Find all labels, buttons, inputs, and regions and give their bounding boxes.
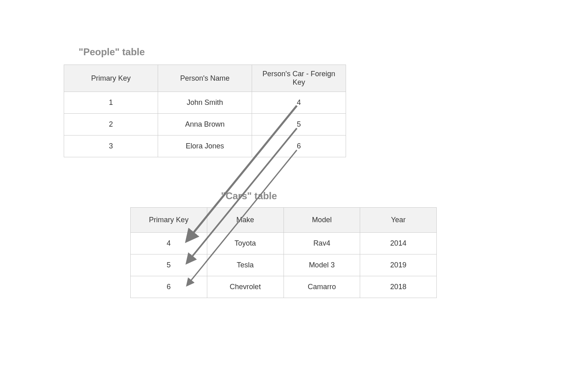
cars-cell-pk: 6 [131,276,207,298]
people-cell-pk: 2 [64,114,158,136]
people-cell-name: John Smith [158,92,252,114]
table-row: 3 Elora Jones 6 [64,136,346,157]
people-table-header-row: Primary Key Person's Name Person's Car -… [64,65,346,92]
table-row: 1 John Smith 4 [64,92,346,114]
people-table: Primary Key Person's Name Person's Car -… [64,65,346,157]
cars-header-pk: Primary Key [131,208,207,233]
people-table-title: "People" table [79,46,145,58]
people-cell-car-fk: 5 [252,114,346,136]
people-cell-name: Anna Brown [158,114,252,136]
cars-cell-year: 2014 [360,233,437,254]
table-row: 2 Anna Brown 5 [64,114,346,136]
cars-cell-pk: 5 [131,254,207,276]
cars-header-make: Make [207,208,284,233]
cars-table-header-row: Primary Key Make Model Year [131,208,437,233]
people-header-name: Person's Name [158,65,252,92]
cars-cell-pk: 4 [131,233,207,254]
relationship-arrows [0,0,588,392]
cars-cell-make: Chevrolet [207,276,284,298]
cars-cell-model: Camarro [284,276,360,298]
people-cell-pk: 1 [64,92,158,114]
cars-cell-make: Toyota [207,233,284,254]
cars-cell-make: Tesla [207,254,284,276]
table-row: 4 Toyota Rav4 2014 [131,233,437,254]
cars-cell-model: Rav4 [284,233,360,254]
cars-header-model: Model [284,208,360,233]
cars-cell-model: Model 3 [284,254,360,276]
cars-header-year: Year [360,208,437,233]
people-cell-name: Elora Jones [158,136,252,157]
cars-cell-year: 2019 [360,254,437,276]
people-cell-car-fk: 4 [252,92,346,114]
people-header-car-fk: Person's Car - Foreign Key [252,65,346,92]
table-row: 6 Chevrolet Camarro 2018 [131,276,437,298]
people-header-pk: Primary Key [64,65,158,92]
cars-table: Primary Key Make Model Year 4 Toyota Rav… [130,207,437,298]
table-row: 5 Tesla Model 3 2019 [131,254,437,276]
people-cell-pk: 3 [64,136,158,157]
people-cell-car-fk: 6 [252,136,346,157]
cars-table-title: "Cars" table [221,190,277,202]
cars-cell-year: 2018 [360,276,437,298]
